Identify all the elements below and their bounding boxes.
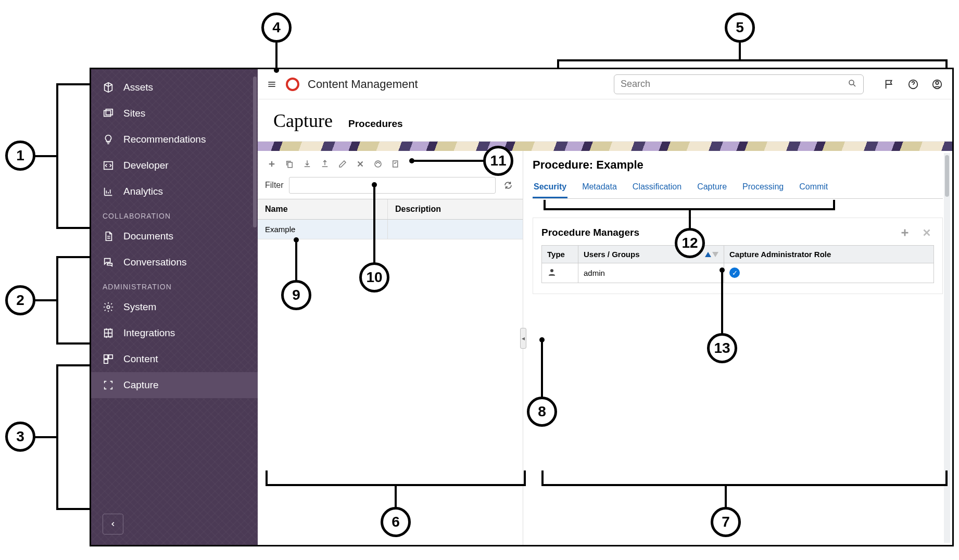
validate-button[interactable] xyxy=(389,157,402,171)
cell-user: admin xyxy=(578,263,724,283)
callout-11: 11 xyxy=(483,146,513,176)
col-name[interactable]: Name xyxy=(258,199,388,219)
sidebar-item-label: Documents xyxy=(123,231,173,242)
search-input[interactable] xyxy=(621,79,842,90)
callout-13: 13 xyxy=(707,333,737,363)
svg-rect-6 xyxy=(109,355,112,359)
sidebar-section-administration: ADMINISTRATION xyxy=(91,275,258,294)
svg-marker-15 xyxy=(712,252,718,257)
tab-metadata[interactable]: Metadata xyxy=(581,177,618,198)
table-row[interactable]: Example xyxy=(258,220,523,239)
svg-rect-5 xyxy=(104,355,108,359)
tab-classification[interactable]: Classification xyxy=(632,177,683,198)
delete-button[interactable] xyxy=(354,157,367,171)
copy-button[interactable] xyxy=(283,157,296,171)
procedure-tabs: Security Metadata Classification Capture… xyxy=(533,177,943,199)
col-type[interactable]: Type xyxy=(542,246,578,263)
filter-row: Filter xyxy=(258,175,523,199)
sidebar-scrollbar[interactable] xyxy=(253,77,257,227)
sidebar-item-conversations[interactable]: Conversations xyxy=(91,249,258,275)
callout-10: 10 xyxy=(359,262,389,292)
flag-icon[interactable] xyxy=(882,78,896,91)
sidebar-item-label: System xyxy=(123,301,156,313)
procedure-title: Procedure: Example xyxy=(533,155,943,174)
document-icon xyxy=(103,231,114,242)
svg-point-3 xyxy=(107,306,110,309)
tab-commit[interactable]: Commit xyxy=(798,177,829,198)
search-box[interactable] xyxy=(614,74,864,94)
svg-point-11 xyxy=(936,81,939,84)
callout-8: 8 xyxy=(527,397,557,427)
sidebar-item-label: Content xyxy=(123,353,158,365)
svg-rect-7 xyxy=(104,360,108,363)
sidebar-item-content[interactable]: Content xyxy=(91,346,258,372)
callout-2: 2 xyxy=(5,285,35,315)
managers-table: Type Users / Groups Capture Administrato… xyxy=(541,245,934,283)
check-icon: ✓ xyxy=(729,268,740,278)
content-icon xyxy=(103,353,114,365)
sort-arrows-icon[interactable] xyxy=(705,252,718,257)
sidebar-section-collaboration: COLLABORATION xyxy=(91,205,258,223)
callout-1: 1 xyxy=(5,141,35,171)
procedures-table: Name Description Example xyxy=(258,199,523,239)
sidebar-item-label: Sites xyxy=(123,108,145,119)
breadcrumb[interactable]: Procedures xyxy=(348,118,403,130)
cell-role: ✓ xyxy=(724,263,933,283)
svg-rect-1 xyxy=(106,109,112,115)
filter-label: Filter xyxy=(265,181,284,190)
tab-processing[interactable]: Processing xyxy=(741,177,785,198)
sidebar-item-label: Analytics xyxy=(123,186,163,197)
callout-4: 4 xyxy=(261,12,292,43)
topbar: Content Management xyxy=(258,69,952,99)
callout-9: 9 xyxy=(281,280,311,310)
brand-logo-icon xyxy=(286,78,299,91)
callout-6: 6 xyxy=(381,507,411,537)
brand-title: Content Management xyxy=(308,78,418,91)
callout-12: 12 xyxy=(675,228,705,258)
bulb-icon xyxy=(103,134,114,145)
integrations-icon xyxy=(103,327,114,339)
sidebar-item-label: Developer xyxy=(123,160,169,171)
col-capture-admin-role[interactable]: Capture Administrator Role xyxy=(724,246,933,263)
user-account-icon[interactable] xyxy=(930,78,944,91)
add-button[interactable] xyxy=(265,157,279,171)
sidebar-item-system[interactable]: System xyxy=(91,294,258,320)
cell-name: Example xyxy=(258,220,388,239)
sidebar-item-developer[interactable]: Developer xyxy=(91,152,258,179)
refresh-button[interactable] xyxy=(501,178,515,193)
decorative-banner xyxy=(258,142,952,151)
sidebar-item-capture[interactable]: Capture xyxy=(91,372,258,398)
table-row[interactable]: admin ✓ xyxy=(542,263,933,283)
sidebar-collapse-button[interactable] xyxy=(103,514,123,534)
sidebar-item-documents[interactable]: Documents xyxy=(91,223,258,249)
svg-point-16 xyxy=(550,269,553,272)
import-button[interactable] xyxy=(300,157,314,171)
sidebar-item-integrations[interactable]: Integrations xyxy=(91,320,258,346)
filter-input[interactable] xyxy=(289,177,496,194)
person-icon xyxy=(547,270,557,278)
export-button[interactable] xyxy=(318,157,332,171)
search-icon[interactable] xyxy=(848,79,857,90)
code-icon xyxy=(103,160,114,171)
remove-manager-button[interactable] xyxy=(919,225,934,240)
edit-button[interactable] xyxy=(336,157,349,171)
svg-point-8 xyxy=(849,80,854,85)
gear-icon xyxy=(103,301,114,313)
sidebar-item-sites[interactable]: Sites xyxy=(91,100,258,126)
sidebar-item-recommendations[interactable]: Recommendations xyxy=(91,126,258,152)
tab-capture[interactable]: Capture xyxy=(696,177,728,198)
unlock-button[interactable] xyxy=(371,157,385,171)
callout-5: 5 xyxy=(725,12,755,43)
col-description[interactable]: Description xyxy=(388,199,523,219)
tab-security[interactable]: Security xyxy=(533,177,567,198)
capture-icon xyxy=(103,379,114,391)
sidebar-item-assets[interactable]: Assets xyxy=(91,74,258,100)
add-manager-button[interactable] xyxy=(898,225,912,240)
menu-toggle-button[interactable] xyxy=(266,79,277,90)
svg-rect-0 xyxy=(104,111,111,117)
sidebar-item-analytics[interactable]: Analytics xyxy=(91,179,258,205)
cell-description xyxy=(388,220,523,239)
chart-icon xyxy=(103,186,114,197)
help-icon[interactable] xyxy=(906,78,920,91)
svg-rect-12 xyxy=(288,162,292,168)
